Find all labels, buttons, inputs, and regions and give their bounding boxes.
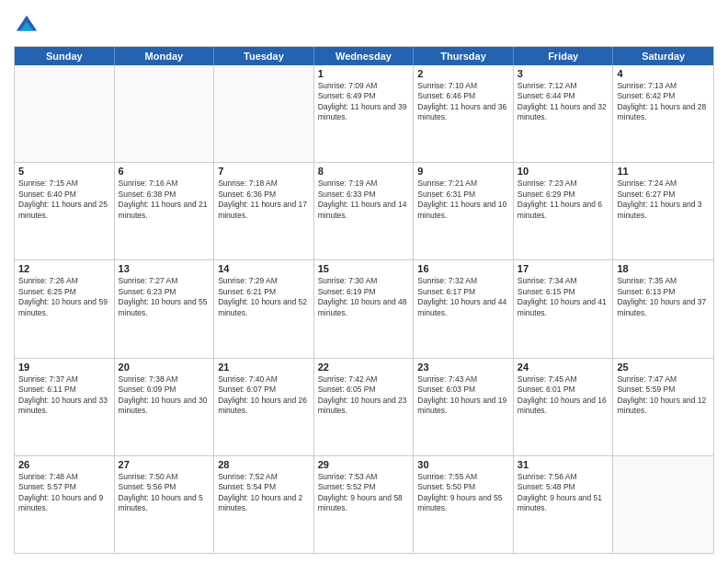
cell-info: Sunrise: 7:55 AM Sunset: 5:50 PM Dayligh… bbox=[417, 472, 509, 514]
cell-info: Sunrise: 7:56 AM Sunset: 5:48 PM Dayligh… bbox=[518, 472, 609, 514]
cell-info: Sunrise: 7:23 AM Sunset: 6:29 PM Dayligh… bbox=[518, 178, 609, 221]
calendar-cell: 5Sunrise: 7:15 AM Sunset: 6:40 PM Daylig… bbox=[15, 163, 115, 259]
cell-info: Sunrise: 7:37 AM Sunset: 6:11 PM Dayligh… bbox=[18, 374, 110, 417]
day-number: 25 bbox=[617, 362, 710, 373]
calendar-cell: 21Sunrise: 7:40 AM Sunset: 6:07 PM Dayli… bbox=[214, 359, 314, 455]
day-number: 2 bbox=[417, 68, 509, 79]
calendar-cell: 29Sunrise: 7:53 AM Sunset: 5:52 PM Dayli… bbox=[314, 456, 415, 553]
day-number: 14 bbox=[218, 263, 310, 274]
calendar-cell: 12Sunrise: 7:26 AM Sunset: 6:25 PM Dayli… bbox=[15, 260, 115, 357]
day-number: 28 bbox=[218, 459, 310, 470]
day-number: 29 bbox=[318, 459, 410, 470]
day-number: 22 bbox=[318, 362, 410, 373]
calendar-body: 1Sunrise: 7:09 AM Sunset: 6:49 PM Daylig… bbox=[15, 65, 713, 553]
calendar-cell: 25Sunrise: 7:47 AM Sunset: 5:59 PM Dayli… bbox=[613, 359, 713, 455]
day-number: 3 bbox=[518, 68, 609, 79]
cell-info: Sunrise: 7:38 AM Sunset: 6:09 PM Dayligh… bbox=[119, 374, 210, 417]
cell-info: Sunrise: 7:26 AM Sunset: 6:25 PM Dayligh… bbox=[18, 276, 110, 318]
calendar-cell: 2Sunrise: 7:10 AM Sunset: 6:46 PM Daylig… bbox=[414, 65, 514, 162]
day-number: 31 bbox=[518, 459, 609, 470]
calendar-cell: 27Sunrise: 7:50 AM Sunset: 5:56 PM Dayli… bbox=[115, 456, 215, 553]
cell-info: Sunrise: 7:12 AM Sunset: 6:44 PM Dayligh… bbox=[518, 81, 609, 123]
calendar-cell: 17Sunrise: 7:34 AM Sunset: 6:15 PM Dayli… bbox=[514, 260, 614, 357]
cell-info: Sunrise: 7:29 AM Sunset: 6:21 PM Dayligh… bbox=[218, 276, 310, 318]
cell-info: Sunrise: 7:19 AM Sunset: 6:33 PM Dayligh… bbox=[318, 178, 410, 221]
calendar-cell: 1Sunrise: 7:09 AM Sunset: 6:49 PM Daylig… bbox=[314, 65, 415, 162]
day-number: 30 bbox=[417, 459, 509, 470]
calendar-cell: 8Sunrise: 7:19 AM Sunset: 6:33 PM Daylig… bbox=[314, 163, 415, 259]
cell-info: Sunrise: 7:15 AM Sunset: 6:40 PM Dayligh… bbox=[18, 178, 110, 221]
cell-info: Sunrise: 7:34 AM Sunset: 6:15 PM Dayligh… bbox=[518, 276, 609, 318]
calendar-row: 26Sunrise: 7:48 AM Sunset: 5:57 PM Dayli… bbox=[15, 455, 713, 553]
calendar-cell: 9Sunrise: 7:21 AM Sunset: 6:31 PM Daylig… bbox=[414, 163, 514, 259]
day-number: 21 bbox=[218, 362, 310, 373]
day-number: 4 bbox=[617, 68, 710, 79]
cell-info: Sunrise: 7:16 AM Sunset: 6:38 PM Dayligh… bbox=[119, 178, 210, 221]
cell-info: Sunrise: 7:47 AM Sunset: 5:59 PM Dayligh… bbox=[617, 374, 710, 417]
day-number: 16 bbox=[417, 263, 509, 274]
calendar-cell: 4Sunrise: 7:13 AM Sunset: 6:42 PM Daylig… bbox=[613, 65, 713, 162]
cell-info: Sunrise: 7:24 AM Sunset: 6:27 PM Dayligh… bbox=[617, 178, 710, 221]
header-day-sunday: Sunday bbox=[15, 47, 115, 65]
calendar-cell: 26Sunrise: 7:48 AM Sunset: 5:57 PM Dayli… bbox=[15, 456, 115, 553]
day-number: 8 bbox=[318, 166, 410, 177]
calendar-cell: 13Sunrise: 7:27 AM Sunset: 6:23 PM Dayli… bbox=[115, 260, 215, 357]
calendar-cell: 16Sunrise: 7:32 AM Sunset: 6:17 PM Dayli… bbox=[414, 260, 514, 357]
cell-info: Sunrise: 7:21 AM Sunset: 6:31 PM Dayligh… bbox=[417, 178, 509, 221]
cell-info: Sunrise: 7:30 AM Sunset: 6:19 PM Dayligh… bbox=[318, 276, 410, 318]
header-day-saturday: Saturday bbox=[613, 47, 713, 65]
calendar-cell: 6Sunrise: 7:16 AM Sunset: 6:38 PM Daylig… bbox=[115, 163, 215, 259]
calendar-row: 12Sunrise: 7:26 AM Sunset: 6:25 PM Dayli… bbox=[15, 259, 713, 357]
calendar-cell: 22Sunrise: 7:42 AM Sunset: 6:05 PM Dayli… bbox=[314, 359, 415, 455]
logo-icon bbox=[14, 13, 40, 39]
calendar-cell: 15Sunrise: 7:30 AM Sunset: 6:19 PM Dayli… bbox=[314, 260, 415, 357]
cell-info: Sunrise: 7:09 AM Sunset: 6:49 PM Dayligh… bbox=[318, 81, 410, 123]
calendar-row: 19Sunrise: 7:37 AM Sunset: 6:11 PM Dayli… bbox=[15, 358, 713, 455]
calendar-cell: 23Sunrise: 7:43 AM Sunset: 6:03 PM Dayli… bbox=[414, 359, 514, 455]
header bbox=[14, 9, 714, 39]
calendar-cell bbox=[214, 65, 314, 162]
calendar-cell: 31Sunrise: 7:56 AM Sunset: 5:48 PM Dayli… bbox=[514, 456, 614, 553]
day-number: 15 bbox=[318, 263, 410, 274]
day-number: 24 bbox=[518, 362, 609, 373]
calendar-cell bbox=[115, 65, 215, 162]
day-number: 20 bbox=[119, 362, 210, 373]
header-day-monday: Monday bbox=[115, 47, 215, 65]
cell-info: Sunrise: 7:32 AM Sunset: 6:17 PM Dayligh… bbox=[417, 276, 509, 318]
day-number: 17 bbox=[518, 263, 609, 274]
calendar-cell: 14Sunrise: 7:29 AM Sunset: 6:21 PM Dayli… bbox=[214, 260, 314, 357]
day-number: 26 bbox=[18, 459, 110, 470]
calendar: SundayMondayTuesdayWednesdayThursdayFrid… bbox=[14, 46, 714, 554]
day-number: 12 bbox=[18, 263, 110, 274]
cell-info: Sunrise: 7:48 AM Sunset: 5:57 PM Dayligh… bbox=[18, 472, 110, 514]
day-number: 27 bbox=[119, 459, 210, 470]
calendar-row: 1Sunrise: 7:09 AM Sunset: 6:49 PM Daylig… bbox=[15, 65, 713, 162]
header-day-tuesday: Tuesday bbox=[214, 47, 314, 65]
day-number: 1 bbox=[318, 68, 410, 79]
day-number: 13 bbox=[119, 263, 210, 274]
cell-info: Sunrise: 7:42 AM Sunset: 6:05 PM Dayligh… bbox=[318, 374, 410, 417]
cell-info: Sunrise: 7:35 AM Sunset: 6:13 PM Dayligh… bbox=[617, 276, 710, 318]
day-number: 10 bbox=[518, 166, 609, 177]
cell-info: Sunrise: 7:50 AM Sunset: 5:56 PM Dayligh… bbox=[119, 472, 210, 514]
cell-info: Sunrise: 7:40 AM Sunset: 6:07 PM Dayligh… bbox=[218, 374, 310, 417]
day-number: 11 bbox=[617, 166, 710, 177]
day-number: 6 bbox=[119, 166, 210, 177]
day-number: 19 bbox=[18, 362, 110, 373]
logo bbox=[14, 13, 43, 39]
calendar-cell: 11Sunrise: 7:24 AM Sunset: 6:27 PM Dayli… bbox=[613, 163, 713, 259]
cell-info: Sunrise: 7:53 AM Sunset: 5:52 PM Dayligh… bbox=[318, 472, 410, 514]
day-number: 18 bbox=[617, 263, 710, 274]
cell-info: Sunrise: 7:43 AM Sunset: 6:03 PM Dayligh… bbox=[417, 374, 509, 417]
calendar-cell: 19Sunrise: 7:37 AM Sunset: 6:11 PM Dayli… bbox=[15, 359, 115, 455]
calendar-cell: 18Sunrise: 7:35 AM Sunset: 6:13 PM Dayli… bbox=[613, 260, 713, 357]
header-day-thursday: Thursday bbox=[414, 47, 514, 65]
calendar-cell bbox=[15, 65, 115, 162]
cell-info: Sunrise: 7:52 AM Sunset: 5:54 PM Dayligh… bbox=[218, 472, 310, 514]
calendar-cell bbox=[613, 456, 713, 553]
header-day-wednesday: Wednesday bbox=[314, 47, 415, 65]
day-number: 7 bbox=[218, 166, 310, 177]
cell-info: Sunrise: 7:27 AM Sunset: 6:23 PM Dayligh… bbox=[119, 276, 210, 318]
cell-info: Sunrise: 7:18 AM Sunset: 6:36 PM Dayligh… bbox=[218, 178, 310, 221]
calendar-cell: 10Sunrise: 7:23 AM Sunset: 6:29 PM Dayli… bbox=[514, 163, 614, 259]
